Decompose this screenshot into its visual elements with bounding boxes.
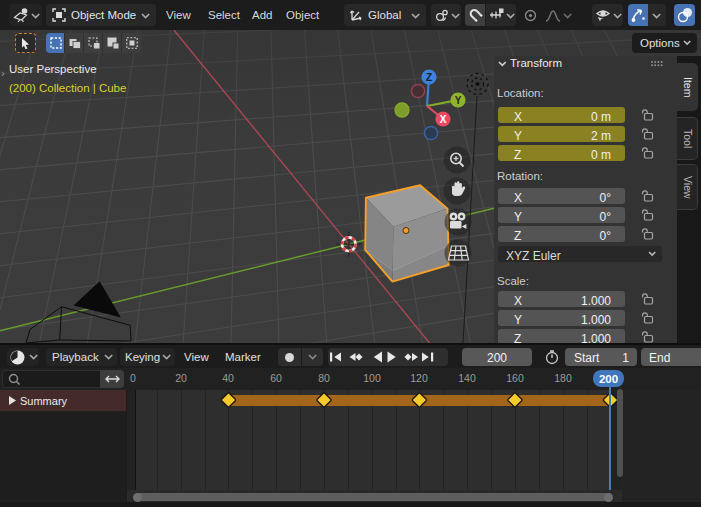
svg-text:Z: Z (426, 72, 432, 83)
svg-text:X: X (440, 114, 447, 125)
svg-text:Y: Y (455, 95, 462, 106)
